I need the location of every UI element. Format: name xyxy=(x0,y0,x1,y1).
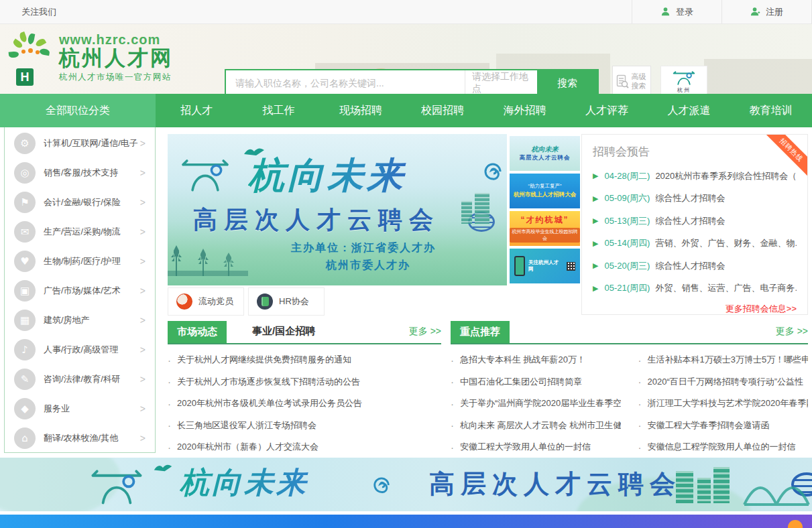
follow-us-link[interactable]: 关注我们 xyxy=(21,6,56,18)
sidebar-category-item[interactable]: ✎咨询/法律/教育/科研> xyxy=(5,365,155,394)
job-category-sidebar: ⚙计算机/互联网/通信/电子>◎销售/客服/技术支持>⚑会计/金融/银行/保险>… xyxy=(4,127,156,453)
nav-item[interactable]: 人才评荐 xyxy=(566,94,648,127)
featured-more-link[interactable]: 更多 >> xyxy=(776,326,808,343)
news-title: 2020“百日千万网络招聘专项行动”公益性 xyxy=(648,376,804,388)
featured-lists: ·急招大专本科生 挑战年薪20万！·中国石油化工集团公司招聘简章·关于举办“温州… xyxy=(451,349,808,458)
bullet-icon: · xyxy=(451,398,454,409)
job-fair-item[interactable]: ▶05-20(周三)综合性人才招聘会 xyxy=(593,260,797,272)
news-title: 安徽工程大学春季招聘会邀请函 xyxy=(648,419,770,432)
hr-association-button[interactable]: HR协会 xyxy=(248,287,325,316)
city-skyline-decoration xyxy=(704,59,812,94)
sidebar-category-item[interactable]: ◆服务业> xyxy=(5,394,155,423)
job-fair-date: 05-21(周四) xyxy=(604,282,650,294)
chevron-right-icon: > xyxy=(140,168,146,178)
mobile-party-member-button[interactable]: 流动党员 xyxy=(168,287,244,316)
hr-association-icon xyxy=(257,293,273,310)
nav-item[interactable]: 找工作 xyxy=(237,94,319,127)
carousel-thumb-1[interactable]: 杭向未来 高层次人才云聘会 xyxy=(510,136,580,171)
news-item[interactable]: ·安徽工程大学致用人单位的一封信 xyxy=(451,436,621,458)
site-logo[interactable]: H www.hzrc.com 杭州人才网 杭州人才市场唯一官方网站 xyxy=(11,32,173,86)
mini-logo-label: 杭州 xyxy=(677,86,691,94)
more-job-fairs-link[interactable]: 更多招聘会信息>> xyxy=(593,303,797,315)
target-icon: ◎ xyxy=(14,162,36,184)
chevron-right-icon: > xyxy=(140,138,146,149)
nav-item[interactable]: 校园招聘 xyxy=(402,94,483,127)
bullet-icon: · xyxy=(451,419,454,431)
sidebar-category-item[interactable]: ♪人事/行政/高级管理> xyxy=(5,335,155,365)
news-item[interactable]: ·2020“百日千万网络招聘专项行动”公益性 xyxy=(638,371,809,393)
play-arrow-icon: ▶ xyxy=(593,284,598,293)
media-icon: ▣ xyxy=(14,280,36,302)
bottom-promo-banner[interactable]: 杭向未来 高层次人才云聘会 xyxy=(0,458,812,511)
job-fair-item[interactable]: ▶05-21(周四)外贸、销售、运营、广告、电子商务... xyxy=(593,282,797,294)
news-item[interactable]: ·安徽信息工程学院致用人单位的一封信 xyxy=(638,436,809,458)
sidebar-category-item[interactable]: ▦建筑/房地产> xyxy=(5,306,155,335)
search-button[interactable]: 搜索 xyxy=(537,70,597,94)
tab-featured[interactable]: 重点推荐 xyxy=(451,321,510,343)
news-item[interactable]: ·2020年杭州市各级机关单位考试录用公务员公告 xyxy=(168,393,441,415)
tab-public-enterprise[interactable]: 事业/国企招聘 xyxy=(252,325,315,343)
news-item[interactable]: ·2020年杭州市（新春）人才交流大会 xyxy=(168,436,441,458)
sidebar-category-item[interactable]: ⚙计算机/互联网/通信/电子> xyxy=(5,129,155,158)
carousel-thumb-3[interactable]: “才约杭城” 杭州市高校毕业生线上校园招聘会 xyxy=(510,211,580,246)
carousel-thumb-2[interactable]: “助力复工复产” 杭州市线上人才招聘大会 xyxy=(510,174,580,208)
hangzhou-mini-logo[interactable]: 杭州 xyxy=(660,66,707,94)
carousel-thumb-4[interactable]: 关注杭州人才网 xyxy=(510,249,580,283)
job-fair-date: 05-14(周四) xyxy=(604,237,650,249)
news-item[interactable]: ·关于举办“温州商学院2020届毕业生春季空 xyxy=(451,393,621,415)
sidebar-category-item[interactable]: ⚑会计/金融/银行/保险> xyxy=(5,188,155,217)
nav-item[interactable]: 人才派遣 xyxy=(648,94,730,127)
job-fair-date: 05-09(周六) xyxy=(604,192,650,204)
news-item[interactable]: ·关于杭州人才市场逐步恢复线下招聘活动的公告 xyxy=(168,371,441,393)
tab-market-dynamics[interactable]: 市场动态 xyxy=(168,321,227,343)
chevron-right-icon: > xyxy=(140,256,146,267)
news-item[interactable]: ·生活补贴本科1万硕士3万博士5万！哪些申请 xyxy=(638,349,809,371)
bird-icon xyxy=(153,462,173,472)
job-fair-item[interactable]: ▶05-09(周六)综合性人才招聘会 xyxy=(593,192,797,204)
chevron-right-icon: > xyxy=(140,315,146,326)
job-fair-title: 营销、外贸、广告、财务、金融、物... xyxy=(655,237,797,249)
sidebar-category-item[interactable]: ◎销售/客服/技术支持> xyxy=(5,158,155,188)
search-input[interactable] xyxy=(226,70,465,94)
sidebar-category-item[interactable]: ♥生物/制药/医疗/护理> xyxy=(5,247,155,276)
news-item[interactable]: ·长三角地区退役军人浙江专场招聘会 xyxy=(168,415,441,437)
job-fair-item[interactable]: ▶04-28(周二)2020杭州市春季系列综合性招聘会（... xyxy=(593,170,797,182)
news-item[interactable]: ·关于杭州人才网继续提供免费招聘服务的通知 xyxy=(168,349,441,371)
sidebar-category-item[interactable]: ▣广告/市场/媒体/艺术> xyxy=(5,276,155,306)
nav-item[interactable]: 海外招聘 xyxy=(484,94,566,127)
microphone-icon: ♪ xyxy=(14,339,36,360)
featured-col-1: ·急招大专本科生 挑战年薪20万！·中国石油化工集团公司招聘简章·关于举办“温州… xyxy=(451,349,621,458)
all-job-categories-button[interactable]: 全部职位分类 xyxy=(0,94,156,127)
advanced-search-button[interactable]: 高级搜索 xyxy=(612,66,651,94)
register-button[interactable]: 注册 xyxy=(721,0,812,24)
thumb-text: “助力复工复产” xyxy=(528,183,562,190)
job-fair-item[interactable]: ▶05-14(周四)营销、外贸、广告、财务、金融、物... xyxy=(593,237,797,249)
login-button[interactable]: 登录 xyxy=(632,0,721,24)
news-item[interactable]: ·浙江理工大学科技与艺术学院2020年春季网 xyxy=(638,393,809,415)
job-fair-preview-panel: 招聘会预告 招聘热线 ▶04-28(周二)2020杭州市春季系列综合性招聘会（.… xyxy=(581,134,808,315)
location-select[interactable]: 请选择工作地点 xyxy=(465,70,537,94)
job-fair-item[interactable]: ▶05-13(周三)综合性人才招聘会 xyxy=(593,215,797,227)
news-title: 生活补贴本科1万硕士3万博士5万！哪些申请 xyxy=(648,354,809,366)
market-more-link[interactable]: 更多 >> xyxy=(409,326,441,343)
nav-item[interactable]: 招人才 xyxy=(156,94,237,127)
play-arrow-icon: ▶ xyxy=(593,261,598,270)
quick-link-label: HR协会 xyxy=(279,295,309,308)
job-fair-date: 04-28(周二) xyxy=(604,170,650,182)
play-arrow-icon: ▶ xyxy=(593,216,598,225)
site-url: www.hzrc.com xyxy=(59,32,173,48)
building-decoration xyxy=(461,201,472,224)
sidebar-category-item[interactable]: ✉生产/营运/采购/物流> xyxy=(5,217,155,247)
news-item[interactable]: ·杭向未来 高层次人才云聘会 杭州市卫生健康 xyxy=(451,415,621,437)
main-carousel-banner[interactable]: 杭向未来 高层次人才云聘会 主办单位：浙江省委人才办 杭州市委人才办 xyxy=(168,134,507,285)
logo-text: www.hzrc.com 杭州人才网 杭州人才市场唯一官方网站 xyxy=(59,32,173,83)
cloud-swirl-icon xyxy=(372,476,391,495)
search-bar: 请选择工作地点 搜索 xyxy=(225,69,599,94)
nav-item[interactable]: 现场招聘 xyxy=(320,94,402,127)
featured-panel: 重点推荐 更多 >> ·急招大专本科生 挑战年薪20万！·中国石油化工集团公司招… xyxy=(451,322,808,458)
news-item[interactable]: ·中国石油化工集团公司招聘简章 xyxy=(451,371,621,393)
sidebar-category-item[interactable]: ⌂翻译/农林牧渔/其他> xyxy=(5,423,155,453)
nav-item[interactable]: 教育培训 xyxy=(730,94,812,127)
news-item[interactable]: ·安徽工程大学春季招聘会邀请函 xyxy=(638,415,809,437)
news-item[interactable]: ·急招大专本科生 挑战年薪20万！ xyxy=(451,349,621,371)
